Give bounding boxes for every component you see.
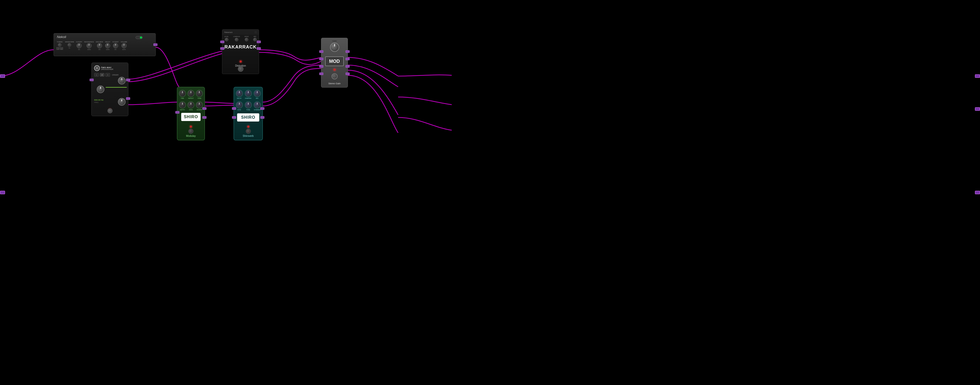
- rakarrack-lowpass-knob[interactable]: [235, 38, 239, 41]
- rakarrack-input-2[interactable]: [220, 47, 224, 50]
- shiroverb-input-1[interactable]: [232, 107, 236, 110]
- crossover-svg-icon: [95, 66, 99, 70]
- nekoli-resonance-knob[interactable]: [86, 43, 92, 48]
- rakarrack-output-1[interactable]: [257, 41, 261, 43]
- modulay-output-1[interactable]: [202, 107, 207, 110]
- modulay-depth-label: DEPTH: [180, 109, 185, 111]
- modulay-time-knob[interactable]: [179, 90, 186, 97]
- stereo-gain-input-4[interactable]: [319, 73, 323, 75]
- modulay-power-btn[interactable]: [188, 129, 193, 134]
- shiroverb-damping-knob[interactable]: [245, 90, 252, 97]
- rakarrack-mix-knob[interactable]: [253, 38, 257, 41]
- stereo-gain-input-1[interactable]: [319, 50, 323, 53]
- shiroverb-rate-knob[interactable]: [236, 101, 243, 108]
- modulay-morph-group: MORPH: [196, 101, 203, 111]
- nekoli-waveform-knob[interactable]: [68, 43, 71, 47]
- edge-input-2[interactable]: [0, 191, 5, 194]
- modulay-tone-knob[interactable]: [196, 90, 203, 97]
- modulay-time-label: TIME: [181, 97, 184, 99]
- nekoli-decay-value: 100%: [106, 49, 110, 50]
- nekoli-output[interactable]: [153, 43, 158, 46]
- nekoli-accent-group: ACCENT 0%: [112, 41, 119, 50]
- rakarrack-drive-knob[interactable]: [245, 38, 248, 41]
- shiroverb-mix-knob[interactable]: [254, 90, 261, 97]
- shiroverb-output-1[interactable]: [260, 107, 264, 110]
- nekoli-cutoff-knob[interactable]: [76, 43, 82, 48]
- rakarrack-input-1[interactable]: [220, 41, 224, 43]
- nekoli-volume-knob[interactable]: [121, 43, 127, 48]
- nekoli-tuning-knob[interactable]: [58, 43, 62, 47]
- modulay-brand: SHIRO: [184, 115, 198, 119]
- modulay-repeat-knob[interactable]: [187, 90, 194, 97]
- crossover-input[interactable]: [89, 79, 94, 81]
- shiroverb-output-2[interactable]: [260, 116, 264, 119]
- shiroverb-shimmer-label: SHIMMER: [254, 109, 261, 111]
- edge-output-3[interactable]: [975, 191, 980, 194]
- shiroverb-decay-knob[interactable]: [236, 90, 243, 97]
- crossover-output-low[interactable]: [126, 97, 130, 100]
- modulay-knobs-row1: TIME REPEAT TONE: [179, 90, 203, 99]
- modulay-input[interactable]: [175, 111, 180, 114]
- crossover-order-2[interactable]: 2: [100, 73, 104, 76]
- shiroverb-effect-name: Shiroverb: [234, 135, 262, 137]
- shiroverb-power-btn[interactable]: [246, 129, 251, 134]
- nekoli-resonance-value: 100%: [87, 49, 91, 50]
- nekoli-toggle[interactable]: [135, 36, 143, 39]
- rakarrack-level-group: LEVEL: [224, 36, 229, 41]
- shiroverb-shimmer-group: SHIMMER: [254, 101, 261, 111]
- crossover-gain1-knob[interactable]: [118, 77, 126, 84]
- modulay-led: [190, 126, 192, 128]
- nekoli-resonance-group: RESONANCE 100%: [84, 41, 94, 50]
- shiroverb-tone-group: TONE: [245, 101, 252, 111]
- crossover-output-high[interactable]: [126, 79, 130, 81]
- edge-output-2[interactable]: [975, 107, 980, 111]
- shiroverb-mix-group: MIX: [254, 90, 261, 99]
- modulay-output-2[interactable]: [202, 116, 207, 119]
- rakarrack-power-btn[interactable]: [238, 66, 243, 72]
- modulay-plugin: TIME REPEAT TONE DEPTH RATE MORPH SHIRO …: [177, 87, 205, 140]
- nekoli-waveform-value: FL: [68, 47, 70, 49]
- nekoli-tuning-group: TUNING -2 +2: [56, 41, 63, 50]
- shiroverb-brand: SHIRO: [241, 115, 256, 120]
- stereo-gain-input-3[interactable]: [319, 65, 323, 68]
- crossover-order-3[interactable]: 3: [105, 73, 110, 76]
- stereo-gain-small-knob[interactable]: [331, 73, 338, 80]
- crossover-freq-knob[interactable]: [97, 86, 104, 93]
- edge-input-1[interactable]: [0, 74, 5, 78]
- crossover-power-btn[interactable]: [107, 108, 113, 113]
- stereo-gain-output-2[interactable]: [345, 58, 350, 60]
- shiroverb-input-2[interactable]: [232, 116, 236, 119]
- modulay-depth-knob[interactable]: [179, 101, 186, 108]
- stereo-gain-output-1[interactable]: [345, 50, 350, 53]
- stereo-gain-mod-box: MOD: [325, 56, 344, 66]
- nekoli-envmod-group: ENV MOD 0%: [96, 41, 103, 50]
- nekoli-envmod-knob[interactable]: [97, 43, 102, 48]
- nekoli-volume-value: 100%: [122, 49, 126, 50]
- nekoli-knobs: TUNING -2 +2 WAVEFORM FL CUTOFF 0% RESON…: [56, 41, 127, 50]
- modulay-rate-knob[interactable]: [187, 101, 194, 108]
- nekoli-accent-value: 0%: [115, 49, 117, 50]
- nekoli-accent-knob[interactable]: [113, 43, 118, 48]
- stereo-gain-output-3[interactable]: [345, 65, 350, 68]
- modulay-morph-knob[interactable]: [196, 101, 203, 108]
- cables-svg: [0, 0, 980, 385]
- nekoli-cutoff-value: 0%: [78, 49, 80, 50]
- shiroverb-shimmer-knob[interactable]: [254, 101, 261, 108]
- nekoli-accent-label: ACCENT: [112, 41, 119, 43]
- nekoli-decay-knob[interactable]: [105, 43, 110, 48]
- stereo-gain-output-4[interactable]: [345, 73, 350, 75]
- modulay-tone-label: TONE: [197, 97, 201, 99]
- nekoli-waveform-group: WAVEFORM FL: [65, 41, 74, 49]
- rakarrack-output-2[interactable]: [257, 47, 261, 50]
- crossover-order-1[interactable]: 1: [94, 73, 99, 76]
- edge-output-1[interactable]: [975, 74, 980, 78]
- stereo-gain-input-2[interactable]: [319, 58, 323, 60]
- shiroverb-tone-knob[interactable]: [245, 101, 252, 108]
- rakarrack-expand-icon[interactable]: ⛶: [255, 32, 257, 33]
- rakarrack-level-knob[interactable]: [225, 38, 228, 41]
- rakarrack-mix-label: MIX: [254, 36, 256, 37]
- rakarrack-mix-group: MIX: [253, 36, 257, 41]
- shiroverb-knobs-row1: DECAY DAMPING MIX: [235, 90, 261, 99]
- rakarrack-led: [240, 60, 242, 62]
- stereo-gain-knob[interactable]: [330, 43, 339, 52]
